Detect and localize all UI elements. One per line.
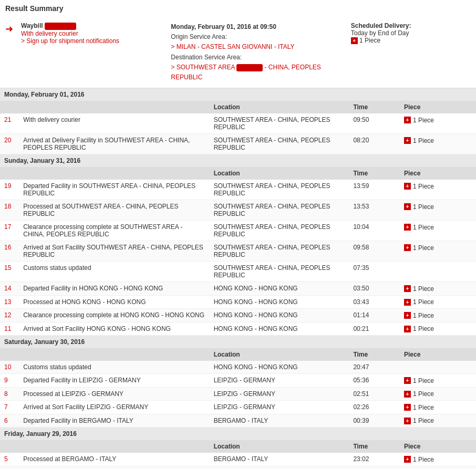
table-row: 7 Arrived at Sort Facility LEIPZIG - GER… bbox=[0, 401, 476, 414]
row-num: 10 bbox=[0, 361, 19, 374]
row-num: 6 bbox=[0, 414, 19, 428]
plus-icon: + bbox=[404, 391, 411, 398]
row-location: HONG KONG - HONG KONG bbox=[210, 282, 349, 296]
row-event: Departed Facility in HONG KONG - HONG KO… bbox=[19, 282, 209, 296]
row-event: Processed at HONG KONG - HONG KONG bbox=[19, 295, 209, 309]
col-location: Location bbox=[210, 167, 349, 180]
piece-badge: + 1 Piece bbox=[404, 390, 434, 398]
date-header-row: Monday, February 01, 2016 bbox=[0, 88, 476, 101]
header-center: Monday, February 01, 2016 at 09:50 Origi… bbox=[171, 22, 350, 82]
table-row: 16 Arrived at Sort Facility SOUTHWEST AR… bbox=[0, 241, 476, 262]
row-location: HONG KONG - HONG KONG bbox=[210, 295, 349, 309]
col-piece: Piece bbox=[400, 348, 476, 361]
col-time: Time bbox=[349, 101, 400, 113]
piece-badge: + 1 Piece bbox=[404, 377, 434, 384]
piece-text: 1 Piece bbox=[413, 137, 434, 144]
date-label: Sunday, January 31, 2016 bbox=[4, 157, 80, 164]
plus-icon: + bbox=[404, 418, 411, 424]
piece-text: 1 Piece bbox=[413, 325, 434, 332]
row-piece: + 1 Piece bbox=[400, 282, 476, 296]
row-num: 13 bbox=[0, 295, 19, 309]
arrow-icon-container: ➜ bbox=[5, 22, 21, 35]
piece-badge: + 1 Piece bbox=[404, 203, 434, 211]
row-time: 23:02 bbox=[349, 453, 400, 466]
row-piece: + 1 Piece bbox=[400, 387, 476, 401]
row-num: 11 bbox=[0, 322, 19, 336]
arrow-right-icon: ➜ bbox=[5, 24, 13, 34]
piece-badge: + 1 Piece bbox=[404, 224, 434, 231]
piece-text: 1 Piece bbox=[413, 224, 434, 231]
piece-badge: + 1 Piece bbox=[404, 285, 434, 293]
table-row: 10 Customs status updated HONG KONG - HO… bbox=[0, 361, 476, 374]
row-piece: + 1 Piece bbox=[400, 453, 476, 466]
row-event: Arrived at Sort Facility HONG KONG - HON… bbox=[19, 322, 209, 336]
row-location: BERGAMO - ITALY bbox=[210, 453, 349, 466]
row-piece: + 1 Piece bbox=[400, 200, 476, 221]
row-location: SOUTHWEST AREA - CHINA, PEOPLES REPUBLIC bbox=[210, 221, 349, 241]
row-event: Arrived at Sort Facility LEIPZIG - GERMA… bbox=[19, 401, 209, 414]
table-row: 6 Departed Facility in BERGAMO - ITALY B… bbox=[0, 414, 476, 428]
table-row: 19 Departed Facility in SOUTHWEST AREA -… bbox=[0, 180, 476, 200]
table-row: 14 Departed Facility in HONG KONG - HONG… bbox=[0, 282, 476, 296]
row-location: HONG KONG - HONG KONG bbox=[210, 361, 349, 374]
row-event: Clearance processing complete at SOUTHWE… bbox=[19, 221, 209, 241]
dest-value: > SOUTHWEST AREA - CHINA, PEOPLES REPUBL… bbox=[171, 62, 350, 82]
row-num: 21 bbox=[0, 113, 19, 134]
plus-icon: + bbox=[404, 183, 411, 190]
dest-label: Destination Service Area: bbox=[171, 53, 350, 62]
row-num: 19 bbox=[0, 180, 19, 200]
row-location: LEIPZIG - GERMANY bbox=[210, 401, 349, 414]
row-time: 02:51 bbox=[349, 387, 400, 401]
row-event: Arrived at Delivery Facility in SOUTHWES… bbox=[19, 134, 209, 154]
row-piece: + 1 Piece bbox=[400, 241, 476, 262]
date-label: Friday, January 29, 2016 bbox=[4, 430, 77, 437]
row-event: Clearance processing complete at HONG KO… bbox=[19, 309, 209, 322]
row-num: 5 bbox=[0, 453, 19, 466]
table-row: 21 With delivery courier SOUTHWEST AREA … bbox=[0, 113, 476, 134]
row-location: BERGAMO - ITALY bbox=[210, 414, 349, 428]
plus-icon: + bbox=[351, 37, 358, 44]
dest-prefix: > SOUTHWEST AREA bbox=[171, 64, 234, 71]
delivery-courier-text[interactable]: With delivery courier bbox=[21, 30, 171, 37]
row-event: Arrived at Sort Facility BERGAMO - ITALY bbox=[19, 466, 209, 469]
piece-badge: + 1 Piece bbox=[404, 137, 434, 144]
row-event: Processed at LEIPZIG - GERMANY bbox=[19, 387, 209, 401]
sign-up-link[interactable]: > Sign up for shipment notifications bbox=[21, 37, 171, 45]
page-title: Result Summary bbox=[0, 0, 476, 17]
piece-badge: + 1 Piece bbox=[404, 417, 434, 424]
plus-icon: + bbox=[404, 137, 411, 144]
origin-label: Origin Service Area: bbox=[171, 32, 350, 42]
piece-badge: + 1 Piece bbox=[404, 325, 434, 332]
row-location: HONG KONG - HONG KONG bbox=[210, 309, 349, 322]
row-time: 03:50 bbox=[349, 282, 400, 296]
piece-count-header: + 1 Piece bbox=[351, 37, 471, 44]
piece-text: 1 Piece bbox=[413, 244, 434, 252]
col-num bbox=[0, 101, 19, 113]
row-event: Processed at SOUTHWEST AREA - CHINA, PEO… bbox=[19, 200, 209, 221]
scheduled-label: Scheduled Delivery: bbox=[351, 22, 471, 29]
row-time: 03:43 bbox=[349, 295, 400, 309]
row-num: 9 bbox=[0, 374, 19, 388]
piece-badge: + 1 Piece bbox=[404, 298, 434, 306]
piece-text: 1 Piece bbox=[413, 183, 434, 190]
row-piece: + 1 Piece bbox=[400, 221, 476, 241]
row-num: 12 bbox=[0, 309, 19, 322]
piece-badge: + 1 Piece bbox=[404, 404, 434, 411]
table-row: 12 Clearance processing complete at HONG… bbox=[0, 309, 476, 322]
table-row: 18 Processed at SOUTHWEST AREA - CHINA, … bbox=[0, 200, 476, 221]
date-header-row: Friday, January 29, 2016 bbox=[0, 428, 476, 441]
piece-text: 1 Piece bbox=[413, 404, 434, 411]
header-section: ➜ Waybill With delivery courier > Sign u… bbox=[0, 17, 476, 88]
row-piece: + 1 Piece bbox=[400, 180, 476, 200]
row-num: 15 bbox=[0, 262, 19, 282]
col-location: Location bbox=[210, 348, 349, 361]
piece-text: 1 Piece bbox=[413, 203, 434, 211]
row-location: LEIPZIG - GERMANY bbox=[210, 387, 349, 401]
col-location: Location bbox=[210, 440, 349, 453]
table-row: 5 Processed at BERGAMO - ITALY BERGAMO -… bbox=[0, 453, 476, 466]
row-piece: + 1 Piece bbox=[400, 401, 476, 414]
row-piece: + 1 Piece bbox=[400, 309, 476, 322]
waybill-number bbox=[45, 23, 76, 30]
tracking-table: Monday, February 01, 2016 Location Time … bbox=[0, 88, 476, 469]
date-label: Monday, February 01, 2016 bbox=[4, 91, 85, 98]
